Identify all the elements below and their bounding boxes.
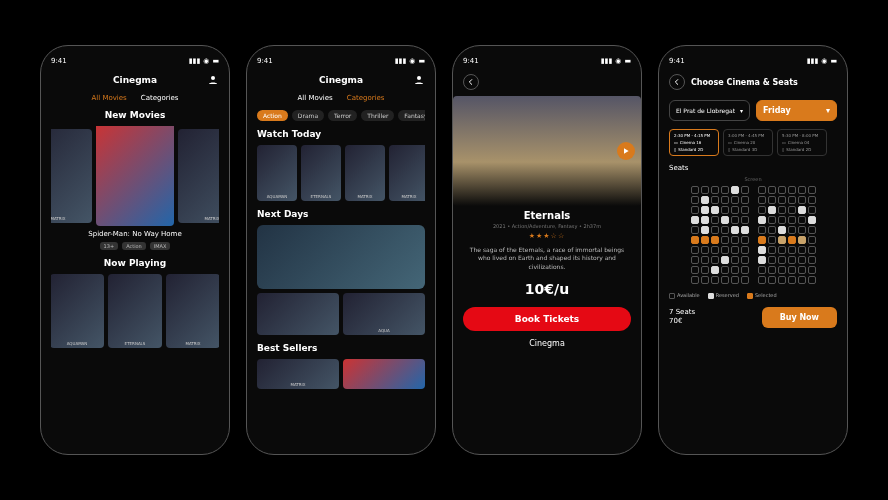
seat[interactable] — [798, 246, 806, 254]
seat[interactable] — [768, 186, 776, 194]
seat[interactable] — [778, 266, 786, 274]
seat[interactable] — [798, 226, 806, 234]
seat[interactable] — [788, 266, 796, 274]
seat[interactable] — [808, 196, 816, 204]
tab-all-movies[interactable]: All Movies — [297, 94, 332, 102]
seat[interactable] — [691, 266, 699, 274]
poster-now[interactable]: ETERNALS — [108, 274, 162, 348]
seat[interactable] — [768, 246, 776, 254]
poster-now[interactable]: MATRIX — [166, 274, 219, 348]
seat[interactable] — [768, 196, 776, 204]
seat[interactable] — [741, 216, 749, 224]
seat[interactable] — [758, 276, 766, 284]
seat[interactable] — [711, 236, 719, 244]
pill-genre[interactable]: Thriller — [361, 110, 394, 121]
seat[interactable] — [788, 216, 796, 224]
seat[interactable] — [741, 196, 749, 204]
seat[interactable] — [758, 226, 766, 234]
cinema-dropdown[interactable]: El Prat de Llobregat ▾ — [669, 100, 750, 121]
seat[interactable] — [691, 186, 699, 194]
poster-best[interactable] — [343, 359, 425, 389]
seat[interactable] — [731, 266, 739, 274]
seat[interactable] — [798, 186, 806, 194]
seat[interactable] — [808, 246, 816, 254]
poster-half[interactable]: AQUA — [343, 293, 425, 335]
seat[interactable] — [731, 236, 739, 244]
seat[interactable] — [691, 246, 699, 254]
seat[interactable] — [701, 216, 709, 224]
seat[interactable] — [711, 206, 719, 214]
seat[interactable] — [691, 276, 699, 284]
seat[interactable] — [691, 236, 699, 244]
book-tickets-button[interactable]: Book Tickets — [463, 307, 631, 331]
back-button[interactable] — [669, 74, 685, 90]
seat[interactable] — [741, 266, 749, 274]
seat[interactable] — [691, 226, 699, 234]
seat[interactable] — [721, 196, 729, 204]
seat[interactable] — [798, 196, 806, 204]
seat[interactable] — [691, 196, 699, 204]
seat[interactable] — [701, 276, 709, 284]
seat[interactable] — [778, 226, 786, 234]
seat[interactable] — [778, 236, 786, 244]
seat[interactable] — [778, 256, 786, 264]
time-slot[interactable]: 5:30 PM - 8:00 PM ▭Cinema 04 ▯Standard 2… — [777, 129, 827, 156]
pill-genre[interactable]: Terror — [328, 110, 357, 121]
seat[interactable] — [741, 226, 749, 234]
seat[interactable] — [721, 186, 729, 194]
seat[interactable] — [731, 206, 739, 214]
seat[interactable] — [741, 206, 749, 214]
seat[interactable] — [808, 226, 816, 234]
poster-best[interactable]: MATRIX — [257, 359, 339, 389]
seat[interactable] — [768, 256, 776, 264]
seat[interactable] — [758, 216, 766, 224]
poster[interactable]: ETERNALS — [301, 145, 341, 201]
seat[interactable] — [711, 246, 719, 254]
seat[interactable] — [788, 276, 796, 284]
poster-half[interactable] — [257, 293, 339, 335]
seat[interactable] — [731, 216, 739, 224]
seat[interactable] — [758, 236, 766, 244]
seat[interactable] — [778, 196, 786, 204]
seat[interactable] — [788, 196, 796, 204]
seat[interactable] — [788, 256, 796, 264]
seat[interactable] — [691, 216, 699, 224]
seat[interactable] — [711, 196, 719, 204]
poster-wide[interactable] — [257, 225, 425, 289]
seat[interactable] — [731, 196, 739, 204]
seat[interactable] — [721, 266, 729, 274]
seat[interactable] — [768, 226, 776, 234]
seat[interactable] — [778, 246, 786, 254]
seat[interactable] — [798, 276, 806, 284]
poster[interactable]: MATRIX — [345, 145, 385, 201]
seat[interactable] — [758, 246, 766, 254]
day-dropdown[interactable]: Friday ▾ — [756, 100, 837, 121]
seat[interactable] — [768, 236, 776, 244]
poster[interactable]: MATRIX — [389, 145, 425, 201]
seat[interactable] — [721, 226, 729, 234]
seat[interactable] — [758, 266, 766, 274]
seat[interactable] — [788, 236, 796, 244]
seat[interactable] — [691, 206, 699, 214]
seat[interactable] — [701, 196, 709, 204]
time-slot[interactable]: 2:30 PM - 4:15 PM ▭Cinema 16 ▯Standard 2… — [669, 129, 719, 156]
seat[interactable] — [808, 256, 816, 264]
seat[interactable] — [701, 246, 709, 254]
tab-categories[interactable]: Categories — [347, 94, 385, 102]
seat[interactable] — [711, 256, 719, 264]
seat[interactable] — [768, 216, 776, 224]
seat[interactable] — [741, 236, 749, 244]
seat[interactable] — [788, 226, 796, 234]
seat[interactable] — [711, 276, 719, 284]
seat[interactable] — [731, 186, 739, 194]
seat[interactable] — [711, 186, 719, 194]
seat[interactable] — [741, 256, 749, 264]
seat[interactable] — [778, 276, 786, 284]
seat[interactable] — [798, 256, 806, 264]
seat[interactable] — [741, 276, 749, 284]
seat[interactable] — [798, 216, 806, 224]
poster-new[interactable]: MATRIX — [178, 129, 219, 223]
seat[interactable] — [808, 206, 816, 214]
pill-genre[interactable]: Drama — [292, 110, 324, 121]
tab-categories[interactable]: Categories — [141, 94, 179, 102]
